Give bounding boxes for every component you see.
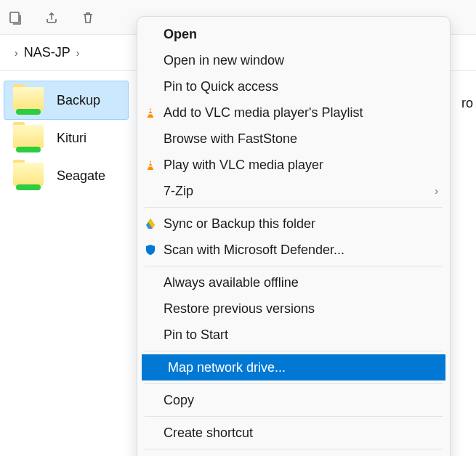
menu-label: Open in new window xyxy=(164,53,284,68)
folder-label: Kituri xyxy=(57,131,86,146)
context-menu: Open Open in new window Pin to Quick acc… xyxy=(137,16,451,456)
menu-map-network-drive[interactable]: Map network drive... xyxy=(142,354,445,380)
breadcrumb-location: NAS-JP xyxy=(24,45,70,60)
menu-label: Open xyxy=(164,27,197,42)
delete-icon[interactable] xyxy=(80,9,96,25)
vlc-cone-icon xyxy=(143,105,158,120)
folder-item-seagate[interactable]: Seagate xyxy=(4,157,128,195)
shield-icon xyxy=(143,243,158,257)
drive-icon xyxy=(143,216,158,231)
network-folder-icon xyxy=(13,87,44,113)
menu-label: Create shortcut xyxy=(164,426,253,441)
network-folder-icon xyxy=(13,125,44,151)
menu-properties[interactable]: Properties xyxy=(137,452,450,456)
folder-item-backup[interactable]: Backup xyxy=(4,81,128,119)
menu-label: Copy xyxy=(164,393,194,408)
new-icon[interactable] xyxy=(7,9,23,25)
menu-label: Sync or Backup this folder xyxy=(164,216,315,232)
menu-copy[interactable]: Copy xyxy=(137,387,450,413)
menu-label: Scan with Microsoft Defender... xyxy=(164,243,344,258)
folder-label: Backup xyxy=(57,93,100,108)
svg-rect-5 xyxy=(149,163,152,164)
cutoff-text: ro xyxy=(461,96,473,111)
menu-pin-start[interactable]: Pin to Start xyxy=(137,322,450,348)
vlc-cone-icon xyxy=(143,158,158,172)
menu-separator xyxy=(145,351,443,351)
menu-browse-faststone[interactable]: Browse with FastStone xyxy=(137,126,450,152)
svg-rect-4 xyxy=(148,168,153,170)
menu-add-vlc-playlist[interactable]: Add to VLC media player's Playlist xyxy=(137,99,450,126)
menu-label: Browse with FastStone xyxy=(164,131,297,147)
menu-label: Restore previous versions xyxy=(164,301,315,317)
menu-separator xyxy=(145,449,443,449)
svg-rect-1 xyxy=(148,116,153,118)
network-folder-icon xyxy=(13,163,44,189)
menu-label: Play with VLC media player xyxy=(164,158,323,173)
menu-label: Add to VLC media player's Playlist xyxy=(164,105,363,121)
menu-play-vlc[interactable]: Play with VLC media player xyxy=(137,152,450,178)
menu-separator xyxy=(145,207,443,208)
folder-item-kituri[interactable]: Kituri xyxy=(4,119,128,157)
chevron-right-icon: › xyxy=(435,185,438,197)
menu-pin-quick-access[interactable]: Pin to Quick access xyxy=(137,73,450,99)
menu-label: Map network drive... xyxy=(168,360,286,375)
menu-separator xyxy=(145,383,443,384)
svg-rect-0 xyxy=(10,12,19,23)
menu-restore-versions[interactable]: Restore previous versions xyxy=(137,296,450,322)
svg-rect-6 xyxy=(149,166,153,167)
menu-label: Always available offline xyxy=(164,275,299,290)
share-icon[interactable] xyxy=(44,9,60,25)
menu-label: 7-Zip xyxy=(164,184,193,199)
svg-rect-2 xyxy=(149,110,152,112)
svg-rect-3 xyxy=(149,113,153,115)
menu-create-shortcut[interactable]: Create shortcut xyxy=(137,420,450,446)
menu-open-new-window[interactable]: Open in new window xyxy=(137,47,450,73)
menu-separator xyxy=(145,266,443,266)
chevron-right-icon: › xyxy=(15,47,18,59)
menu-label: Pin to Start xyxy=(164,327,228,343)
menu-label: Pin to Quick access xyxy=(164,79,278,94)
chevron-right-icon: › xyxy=(76,47,80,59)
menu-scan-defender[interactable]: Scan with Microsoft Defender... xyxy=(137,237,450,263)
folder-label: Seagate xyxy=(57,168,105,184)
menu-always-offline[interactable]: Always available offline xyxy=(137,269,450,296)
menu-7zip[interactable]: 7-Zip › xyxy=(137,178,450,204)
menu-separator xyxy=(145,416,443,417)
menu-open[interactable]: Open xyxy=(137,21,450,47)
menu-sync-backup[interactable]: Sync or Backup this folder xyxy=(137,211,450,237)
